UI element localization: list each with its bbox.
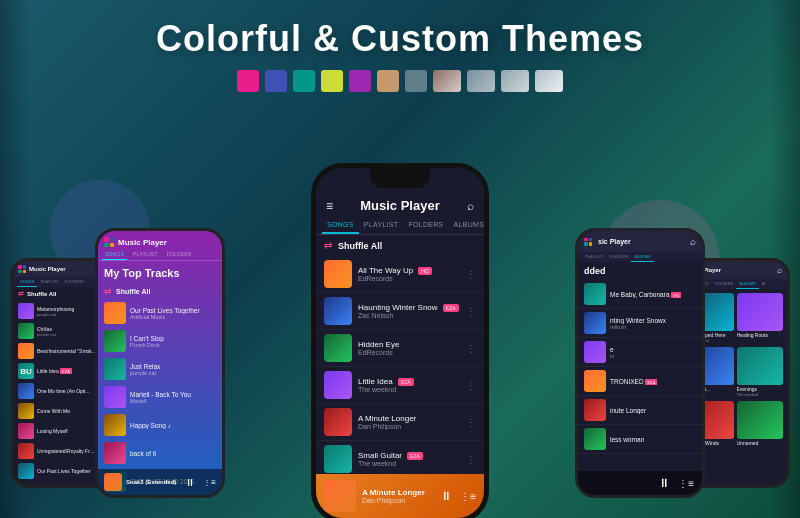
phone-left: Music Player SONGS PLAYLIST FOLDERS My T…	[95, 228, 225, 498]
right-track-1-info: Me Baby, Carbonara HQ	[610, 291, 696, 298]
my-top-tracks-label: My Top Tracks	[98, 261, 222, 283]
center-track-1[interactable]: All The Way Up HQ EdRecords ⋮	[316, 256, 484, 293]
swatch-teal[interactable]	[293, 70, 315, 92]
right-header-left: sic Player	[584, 238, 631, 246]
center-track-4[interactable]: Little Idea EZA The weeknd ⋮	[316, 367, 484, 404]
right-track-2[interactable]: nting Winter Snowx rellosh	[578, 309, 702, 338]
swatch-image-3[interactable]	[501, 70, 529, 92]
center-track-2-more[interactable]: ⋮	[466, 306, 476, 317]
center-track-3[interactable]: Hidden Eye EdRecords ⋮	[316, 330, 484, 367]
right-np-pause[interactable]: ⏸	[658, 476, 670, 490]
left-track-6[interactable]: back of it	[98, 439, 222, 467]
left-np-title: Snak3 (Extended)	[126, 479, 181, 485]
far-left-track-9-info: Our Past Lives Together	[37, 468, 91, 474]
queue-button[interactable]: ⋮≡	[460, 491, 476, 502]
left-tab-folders[interactable]: FOLDERS	[164, 249, 195, 260]
left-np-pause-icon[interactable]: ⏸	[185, 477, 195, 488]
left-track-3[interactable]: Just Relax purrple cat	[98, 355, 222, 383]
far-left-track-9-name: Our Past Lives Together	[37, 468, 91, 474]
swatch-purple[interactable]	[349, 70, 371, 92]
center-track-6-info: Small Guitar EZA The weeknd	[358, 451, 460, 467]
right-track-3[interactable]: e rz	[578, 338, 702, 367]
album-2[interactable]: Healing Roots	[737, 293, 784, 344]
far-left-tab-playlist[interactable]: PLAYLIST	[37, 277, 61, 287]
center-track-1-thumb	[324, 260, 352, 288]
left-tab-songs[interactable]: SONGS	[102, 249, 127, 260]
center-track-4-name: Little Idea EZA	[358, 377, 460, 386]
left-track-2-thumb	[104, 330, 126, 352]
far-left-tab-folders[interactable]: FOLDERS	[62, 277, 87, 287]
center-track-3-name: Hidden Eye	[358, 340, 460, 349]
center-track-2-info: Haunting Winter Snow EZA Zac Nelash	[358, 303, 460, 319]
swatch-image-1[interactable]	[433, 70, 461, 92]
center-tab-albums[interactable]: ALBUMS	[449, 217, 489, 234]
center-tab-folders[interactable]: FOLDERS	[403, 217, 448, 234]
right-track-5[interactable]: inute Longer	[578, 396, 702, 425]
left-now-playing: Snak3 (Extended) ⏸ ⋮≡	[98, 469, 222, 495]
far-left-track-1-artist: purrple cat	[37, 312, 74, 317]
left-track-5[interactable]: Happy Song ♪	[98, 411, 222, 439]
far-left-title: Music Player	[29, 266, 66, 272]
right-track-6-name: less woman	[610, 436, 696, 443]
left-track-4[interactable]: Martell - Back To You Martell	[98, 383, 222, 411]
far-left-track-4-name: Little Idea EZA	[37, 368, 72, 374]
album-4[interactable]: Evenings The weeknd	[737, 347, 784, 398]
far-left-track-1-thumb	[18, 303, 34, 319]
center-track-5[interactable]: A Minute Longer Dan Philipson ⋮	[316, 404, 484, 441]
menu-icon[interactable]: ≡	[326, 199, 333, 213]
far-left-tab-songs[interactable]: SONGS	[17, 277, 37, 287]
right-tab-folders[interactable]: FOLDERS	[606, 252, 631, 262]
far-left-track-1-name: Metamorphosing	[37, 306, 74, 312]
right-tab-albums[interactable]: ALBUMS	[631, 252, 653, 262]
center-track-4-more[interactable]: ⋮	[466, 380, 476, 391]
right-tab-playlist[interactable]: PLAYLIST	[582, 252, 606, 262]
pause-button[interactable]: ⏸	[440, 489, 452, 503]
swatch-image-4[interactable]	[535, 70, 563, 92]
right-track-2-artist: rellosh	[610, 324, 696, 330]
left-track-2-name: I Can't Stop	[130, 335, 216, 342]
swatch-pink[interactable]	[237, 70, 259, 92]
center-track-3-more[interactable]: ⋮	[466, 343, 476, 354]
right-track-6[interactable]: less woman	[578, 425, 702, 454]
left-track-1-info: Our Past Lives Together Artificial Music	[130, 307, 216, 320]
center-track-2[interactable]: Haunting Winter Snow EZA Zac Nelash ⋮	[316, 293, 484, 330]
swatch-lime[interactable]	[321, 70, 343, 92]
far-right-tab-ai[interactable]: AI	[759, 279, 769, 289]
far-left-track-1-info: Metamorphosing purrple cat	[37, 306, 74, 317]
right-track-4-name: TRONIXED EZA	[610, 378, 696, 385]
album-6[interactable]: Unnamed	[737, 401, 784, 447]
center-track-5-more[interactable]: ⋮	[466, 417, 476, 428]
right-track-5-thumb	[584, 399, 606, 421]
far-right-tab-folders[interactable]: FOLDERS	[711, 279, 736, 289]
center-track-4-info: Little Idea EZA The weeknd	[358, 377, 460, 393]
center-track-6-more[interactable]: ⋮	[466, 454, 476, 465]
right-np-queue[interactable]: ⋮≡	[678, 478, 694, 489]
right-track-4[interactable]: TRONIXED EZA	[578, 367, 702, 396]
right-track-1[interactable]: Me Baby, Carbonara HQ	[578, 280, 702, 309]
left-track-1[interactable]: Our Past Lives Together Artificial Music	[98, 299, 222, 327]
far-left-track-6-name: Come With Me	[37, 408, 70, 414]
phone-center: ≡ Music Player ⌕ SONGS PLAYLIST FOLDERS …	[311, 163, 489, 518]
left-track-1-name: Our Past Lives Together	[130, 307, 216, 314]
left-tab-playlist[interactable]: PLAYLIST	[130, 249, 161, 260]
left-np-queue-icon[interactable]: ⋮≡	[203, 478, 216, 487]
center-track-6[interactable]: Small Guitar EZA The weeknd ⋮	[316, 441, 484, 478]
search-icon[interactable]: ⌕	[467, 199, 474, 213]
left-track-2[interactable]: I Can't Stop Punch Deck	[98, 327, 222, 355]
center-tab-songs[interactable]: SONGS	[322, 217, 359, 234]
center-track-1-more[interactable]: ⋮	[466, 269, 476, 280]
swatch-image-2[interactable]	[467, 70, 495, 92]
swatch-indigo[interactable]	[265, 70, 287, 92]
center-tab-playlist[interactable]: PLAYLIST	[359, 217, 404, 234]
right-track-4-info: TRONIXED EZA	[610, 378, 696, 385]
phone-center-body: ≡ Music Player ⌕ SONGS PLAYLIST FOLDERS …	[311, 163, 489, 518]
left-phone-header: Music Player	[98, 231, 222, 249]
left-track-1-thumb	[104, 302, 126, 324]
right-search-icon[interactable]: ⌕	[690, 236, 696, 247]
far-right-search-icon[interactable]: ⌕	[777, 265, 782, 275]
far-right-tab-albums[interactable]: ALBUMS	[736, 279, 758, 289]
center-track-4-artist: The weeknd	[358, 386, 460, 393]
swatch-tan[interactable]	[377, 70, 399, 92]
album-6-info: Unnamed	[737, 439, 784, 447]
swatch-blue-grey[interactable]	[405, 70, 427, 92]
